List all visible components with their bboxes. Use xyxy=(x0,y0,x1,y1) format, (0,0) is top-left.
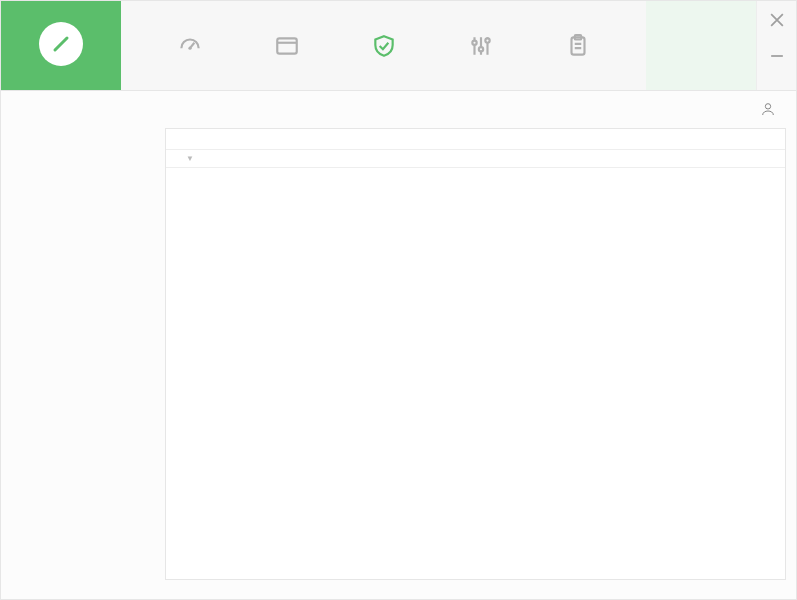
svg-point-3 xyxy=(478,47,482,51)
shield-icon[interactable] xyxy=(371,33,397,59)
nav-icons xyxy=(121,1,646,90)
window-controls xyxy=(756,1,796,90)
subheader xyxy=(1,91,796,124)
browser-icon[interactable] xyxy=(274,33,300,59)
col-patch[interactable]: ▼ xyxy=(182,154,244,163)
sliders-icon[interactable] xyxy=(468,33,494,59)
topbar xyxy=(1,1,796,91)
svg-point-2 xyxy=(472,40,476,44)
patch-logo-icon xyxy=(39,22,83,66)
sidebar xyxy=(11,128,159,580)
svg-rect-1 xyxy=(277,38,297,53)
minimize-icon[interactable] xyxy=(770,49,784,67)
account-info[interactable] xyxy=(754,101,776,120)
dashboard-icon[interactable] xyxy=(177,33,203,59)
tab-bar xyxy=(166,129,785,150)
logo-tile[interactable] xyxy=(1,1,121,90)
sort-desc-icon: ▼ xyxy=(186,154,194,163)
close-icon[interactable] xyxy=(770,13,784,31)
main-panel: ▼ xyxy=(165,128,786,580)
agent-status-tile[interactable] xyxy=(646,1,756,90)
body: ▼ xyxy=(1,124,796,592)
table-header: ▼ xyxy=(166,150,785,168)
svg-point-7 xyxy=(765,104,770,109)
clipboard-icon[interactable] xyxy=(565,33,591,59)
table-body xyxy=(166,168,785,176)
user-icon xyxy=(760,101,776,120)
svg-point-4 xyxy=(485,38,489,42)
